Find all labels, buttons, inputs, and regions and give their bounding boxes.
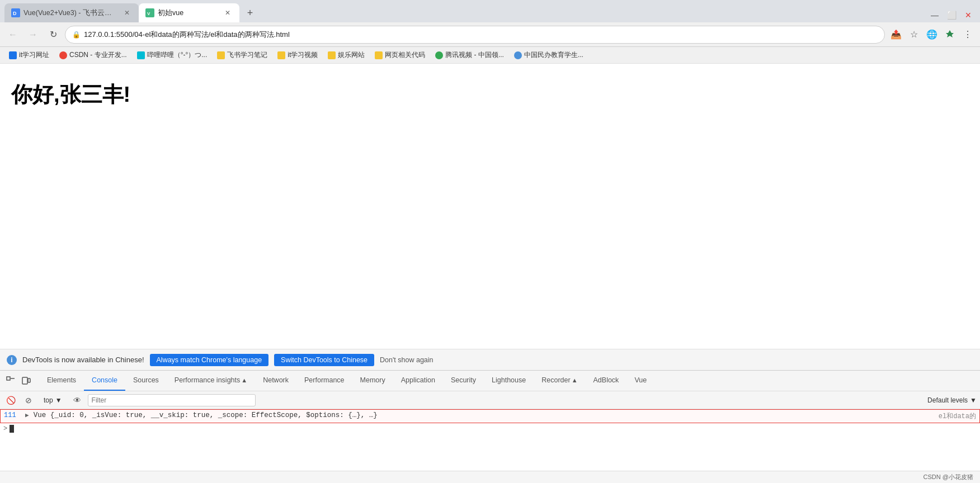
- bookmark-csdn[interactable]: CSDN - 专业开发...: [55, 49, 131, 61]
- bookmark-tencent-video[interactable]: 腾讯视频 - 中国领...: [431, 49, 508, 61]
- nav-bar: ← → ↻ 🔒 127.0.0.1:5500/04-el和data的两种写法/e…: [0, 22, 980, 47]
- status-bar: CSDN @小花皮猪: [0, 471, 980, 483]
- url-text: 127.0.0.1:5500/04-el和data的两种写法/el和data的两…: [84, 30, 878, 40]
- info-icon: i: [7, 355, 17, 365]
- svg-text:D: D: [13, 11, 17, 16]
- levels-selector[interactable]: Default levels ▼: [927, 396, 977, 404]
- tab-favicon-vue: V: [145, 8, 154, 17]
- svg-rect-4: [7, 377, 10, 380]
- svg-rect-6: [22, 377, 27, 384]
- inspect-icon[interactable]: [3, 373, 18, 388]
- bookmark-label-0: it学习网址: [19, 50, 49, 60]
- context-label: top: [44, 396, 53, 404]
- refresh-button[interactable]: ↻: [45, 26, 62, 43]
- extension-icon[interactable]: [942, 27, 958, 42]
- bookmark-entertainment[interactable]: 娱乐网站: [323, 49, 369, 61]
- devtools-icon-bar: [0, 373, 37, 388]
- bookmark-icon-5: [328, 51, 336, 59]
- maximize-button[interactable]: ⬜: [944, 8, 959, 22]
- devtools-panel: Elements Console Sources Performance ins…: [0, 370, 980, 471]
- tab-recorder[interactable]: Recorder ▲: [534, 371, 585, 391]
- tab-elements[interactable]: Elements: [39, 371, 84, 391]
- tab-vue[interactable]: Vue: [626, 371, 654, 391]
- console-toolbar: 🚫 ⊘ top ▼ 👁 Default levels ▼: [0, 391, 980, 409]
- console-expand-arrow-0[interactable]: ▶: [25, 411, 29, 419]
- tab-performance[interactable]: Performance: [296, 371, 352, 391]
- tab-application[interactable]: Application: [393, 371, 443, 391]
- bookmark-education[interactable]: 中国民办教育学生...: [510, 49, 588, 61]
- bookmarks-bar: it学习网址 CSDN - 专业开发... 哔哩哔哩（°-°）つ... 飞书学习…: [0, 47, 980, 64]
- console-cursor: [10, 425, 14, 433]
- tab-console[interactable]: Console: [84, 371, 125, 391]
- bookmark-icon-2: [137, 51, 145, 59]
- bookmark-label-4: it学习视频: [288, 50, 318, 60]
- dont-show-again-link[interactable]: Don't show again: [380, 356, 434, 364]
- tab-network[interactable]: Network: [255, 371, 296, 391]
- svg-rect-7: [28, 378, 30, 382]
- console-filter-input[interactable]: [88, 394, 256, 406]
- bookmark-icon-4: [277, 51, 285, 59]
- status-text: CSDN @小花皮猪: [924, 473, 973, 481]
- context-selector[interactable]: top ▼: [39, 395, 67, 405]
- tab-lighthouse[interactable]: Lighthouse: [484, 371, 534, 391]
- bookmark-icon-8: [514, 51, 522, 59]
- tab-sources[interactable]: Sources: [125, 371, 167, 391]
- screenshot-icon[interactable]: 📤: [888, 27, 904, 42]
- tab-memory[interactable]: Memory: [352, 371, 393, 391]
- recorder-arrow: ▲: [572, 377, 578, 383]
- console-row-text-0: Vue {_uid: 0, _isVue: true, __v_skip: tr…: [34, 411, 934, 419]
- tab-close-1[interactable]: ✕: [122, 8, 132, 18]
- bookmark-icon-0: [9, 51, 17, 59]
- devtools-tab-list: Elements Console Sources Performance ins…: [37, 371, 980, 391]
- levels-arrow: ▼: [970, 396, 977, 404]
- address-bar[interactable]: 🔒 127.0.0.1:5500/04-el和data的两种写法/el和data…: [65, 26, 885, 44]
- page-content: 你好,张三丰!: [0, 64, 980, 349]
- bookmark-label-5: 娱乐网站: [338, 50, 365, 60]
- bookmark-label-6: 网页相关代码: [385, 50, 425, 60]
- bookmark-code[interactable]: 网页相关代码: [370, 49, 430, 61]
- back-button[interactable]: ←: [4, 26, 21, 43]
- bookmark-icon-6: [375, 51, 383, 59]
- console-output: 111 ▶ Vue {_uid: 0, _isVue: true, __v_sk…: [0, 409, 980, 471]
- console-row-source-0[interactable]: el和data的: [939, 411, 976, 421]
- levels-label: Default levels: [927, 396, 968, 404]
- tab-vue-doc[interactable]: D Vue(Vue2+Vue3) - 飞书云文档 ✕: [4, 3, 139, 22]
- tab-favicon-doc: D: [11, 8, 20, 17]
- always-match-language-button[interactable]: Always match Chrome's language: [150, 354, 269, 366]
- console-settings-icon[interactable]: ⊘: [21, 393, 36, 408]
- console-input-row: >: [0, 423, 980, 434]
- tab-performance-insights[interactable]: Performance insights ▲: [167, 371, 255, 391]
- minimize-button[interactable]: —: [927, 8, 942, 22]
- lock-icon: 🔒: [72, 31, 81, 39]
- svg-text:V: V: [147, 11, 150, 16]
- devtools-notification: i DevTools is now available in Chinese! …: [0, 349, 980, 370]
- tab-title-2: 初始vue: [158, 8, 219, 18]
- tab-bar: D Vue(Vue2+Vue3) - 飞书云文档 ✕ V 初始vue ✕ + —…: [0, 0, 980, 22]
- switch-to-chinese-button[interactable]: Switch DevTools to Chinese: [274, 354, 374, 366]
- more-icon[interactable]: ⋮: [960, 27, 976, 42]
- bookmark-it-study[interactable]: it学习网址: [4, 49, 54, 61]
- new-tab-button[interactable]: +: [242, 4, 258, 21]
- forward-button[interactable]: →: [25, 26, 41, 43]
- performance-insights-arrow: ▲: [241, 377, 247, 383]
- clear-console-icon[interactable]: 🚫: [3, 393, 18, 408]
- notify-message: DevTools is now available in Chinese!: [22, 356, 144, 364]
- tab-adblock[interactable]: AdBlock: [586, 371, 627, 391]
- bookmark-feishu[interactable]: 飞书学习笔记: [213, 49, 272, 61]
- bookmark-bilibili[interactable]: 哔哩哔哩（°-°）つ...: [133, 49, 212, 61]
- close-button[interactable]: ✕: [961, 8, 976, 22]
- tab-vue[interactable]: V 初始vue ✕: [139, 3, 239, 22]
- bookmark-label-2: 哔哩哔哩（°-°）つ...: [147, 50, 208, 60]
- eye-icon[interactable]: 👁: [70, 393, 84, 408]
- bookmark-label-3: 飞书学习笔记: [227, 50, 267, 60]
- tab-close-2[interactable]: ✕: [223, 8, 233, 18]
- context-arrow: ▼: [55, 396, 62, 404]
- bookmark-it-video[interactable]: it学习视频: [273, 49, 322, 61]
- tab-security[interactable]: Security: [443, 371, 484, 391]
- browser-icon[interactable]: 🌐: [924, 27, 940, 42]
- bookmark-label-1: CSDN - 专业开发...: [69, 50, 127, 60]
- bookmark-star-icon[interactable]: ☆: [906, 27, 922, 42]
- bookmark-icon-3: [217, 51, 225, 59]
- bookmark-icon-1: [59, 51, 67, 59]
- device-icon[interactable]: [19, 373, 34, 388]
